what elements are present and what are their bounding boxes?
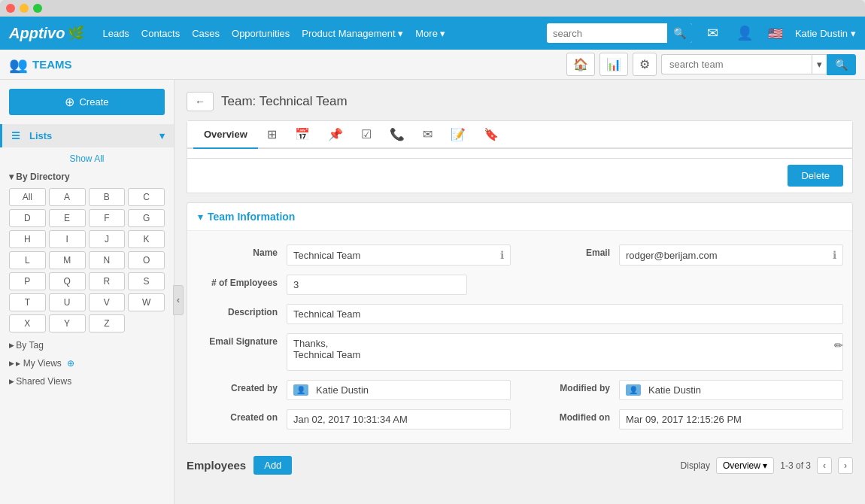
letter-all[interactable]: All bbox=[9, 188, 46, 206]
contacts-icon[interactable]: 👤 bbox=[733, 22, 756, 44]
name-label: Name bbox=[196, 244, 287, 258]
page-header: ← Team: Technical Team bbox=[187, 92, 853, 111]
letter-n[interactable]: N bbox=[89, 251, 126, 269]
tab-overview[interactable]: Overview bbox=[193, 121, 258, 149]
my-views-header[interactable]: ▸ My Views ⊕ bbox=[0, 354, 174, 372]
letter-w[interactable]: W bbox=[128, 293, 165, 311]
modified-by-value: Katie Dustin bbox=[648, 384, 836, 396]
signature-line2: Technical Team bbox=[293, 349, 836, 360]
team-search-box: ▾ 🔍 bbox=[661, 54, 856, 75]
add-employee-button[interactable]: Add bbox=[253, 456, 292, 475]
back-button[interactable]: ← bbox=[187, 92, 214, 111]
user-menu[interactable]: Katie Dustin ▾ bbox=[795, 28, 856, 39]
letter-grid: All A B C D E F G H I J K L M N O P Q R … bbox=[0, 185, 174, 335]
letter-b[interactable]: B bbox=[89, 188, 126, 206]
dates-row: Created on Jan 02, 2017 10:31:34 AM Modi… bbox=[187, 405, 852, 434]
letter-a[interactable]: A bbox=[49, 188, 86, 206]
employees-value: 3 bbox=[293, 279, 460, 290]
top-search-button[interactable]: 🔍 bbox=[667, 23, 692, 43]
nav-opportunities[interactable]: Opportunities bbox=[232, 28, 290, 39]
letter-o[interactable]: O bbox=[128, 251, 165, 269]
nav-contacts[interactable]: Contacts bbox=[141, 28, 180, 39]
sidebar-lists-header[interactable]: ☰ Lists ▾ bbox=[0, 124, 174, 147]
team-search-button[interactable]: 🔍 bbox=[827, 54, 856, 75]
shared-views-header[interactable]: Shared Views bbox=[0, 372, 174, 390]
email-value-box: rodger@berijam.com ℹ bbox=[619, 244, 843, 266]
maximize-button[interactable] bbox=[33, 4, 42, 13]
delete-button[interactable]: Delete bbox=[788, 165, 843, 187]
letter-x[interactable]: X bbox=[9, 314, 46, 332]
letter-y[interactable]: Y bbox=[49, 314, 86, 332]
top-search-input[interactable] bbox=[547, 25, 667, 42]
minimize-button[interactable] bbox=[20, 4, 29, 13]
tab-calendar-icon[interactable]: 📅 bbox=[286, 121, 319, 147]
messages-icon[interactable]: ✉ bbox=[704, 22, 721, 44]
letter-i[interactable]: I bbox=[49, 230, 86, 248]
letter-f[interactable]: F bbox=[89, 209, 126, 227]
prev-page-button[interactable]: ‹ bbox=[817, 457, 832, 474]
letter-d[interactable]: D bbox=[9, 209, 46, 227]
display-select-button[interactable]: Overview ▾ bbox=[716, 457, 774, 474]
nav-more[interactable]: More ▾ bbox=[415, 28, 445, 39]
letter-l[interactable]: L bbox=[9, 251, 46, 269]
name-info-icon[interactable]: ℹ bbox=[500, 249, 504, 261]
create-label: Create bbox=[79, 96, 108, 108]
add-view-icon[interactable]: ⊕ bbox=[65, 358, 74, 369]
show-all[interactable]: Show All bbox=[0, 150, 174, 167]
letter-p[interactable]: P bbox=[9, 272, 46, 290]
letter-z[interactable]: Z bbox=[89, 314, 126, 332]
letter-q[interactable]: Q bbox=[49, 272, 86, 290]
search-dropdown-button[interactable]: ▾ bbox=[812, 54, 827, 74]
email-info-icon[interactable]: ℹ bbox=[833, 249, 836, 261]
by-tag-header[interactable]: By Tag bbox=[0, 335, 174, 354]
tab-email-icon[interactable]: ✉ bbox=[414, 121, 442, 147]
logo: Apptivo 🌿 bbox=[9, 25, 84, 42]
tab-check-icon[interactable]: ☑ bbox=[352, 121, 381, 147]
sidebar-collapse-button[interactable]: ‹ bbox=[173, 285, 184, 315]
teams-icon: 👥 bbox=[9, 56, 28, 74]
content-area: ← Team: Technical Team Overview ⊞ 📅 📌 ☑ … bbox=[175, 80, 865, 504]
nav-product-management[interactable]: Product Management ▾ bbox=[302, 28, 403, 39]
modified-on-value: Mar 09, 2017 12:15:26 PM bbox=[626, 414, 836, 425]
top-nav: Apptivo 🌿 Leads Contacts Cases Opportuni… bbox=[0, 17, 865, 50]
letter-g[interactable]: G bbox=[128, 209, 165, 227]
email-value: rodger@berijam.com bbox=[626, 250, 825, 261]
letter-s[interactable]: S bbox=[128, 272, 165, 290]
tab-more-icon[interactable]: 🔖 bbox=[475, 121, 508, 147]
create-button[interactable]: ⊕ Create bbox=[9, 89, 165, 115]
letter-h[interactable]: H bbox=[9, 230, 46, 248]
tab-table-icon[interactable]: ⊞ bbox=[258, 121, 286, 147]
created-by-col: Created by 👤 Katie Dustin bbox=[187, 380, 520, 400]
chart-button[interactable]: 📊 bbox=[599, 53, 628, 76]
tab-phone-icon[interactable]: 📞 bbox=[381, 121, 414, 147]
team-search-input[interactable] bbox=[661, 54, 812, 74]
team-info-section: ▾ Team Information Name Technical Team ℹ… bbox=[187, 202, 853, 444]
name-col: Name Technical Team ℹ bbox=[187, 244, 520, 266]
pagination-info: 1-3 of 3 bbox=[780, 460, 811, 471]
tab-pin-icon[interactable]: 📌 bbox=[319, 121, 352, 147]
description-full-row: Description Technical Team bbox=[187, 304, 852, 324]
created-by-value-box: 👤 Katie Dustin bbox=[287, 380, 511, 400]
by-directory[interactable]: By Directory bbox=[0, 167, 174, 185]
nav-leads[interactable]: Leads bbox=[102, 28, 129, 39]
letter-j[interactable]: J bbox=[89, 230, 126, 248]
info-grid: Name Technical Team ℹ Email rodger@berij… bbox=[187, 231, 852, 443]
close-button[interactable] bbox=[6, 4, 15, 13]
tab-notes-icon[interactable]: 📝 bbox=[442, 121, 475, 147]
letter-r[interactable]: R bbox=[89, 272, 126, 290]
letter-c[interactable]: C bbox=[128, 188, 165, 206]
team-info-header[interactable]: ▾ Team Information bbox=[187, 203, 852, 231]
settings-button[interactable]: ⚙ bbox=[633, 53, 657, 76]
edit-icon[interactable]: ✏ bbox=[834, 339, 843, 351]
home-button[interactable]: 🏠 bbox=[566, 53, 595, 76]
letter-k[interactable]: K bbox=[128, 230, 165, 248]
nav-cases[interactable]: Cases bbox=[192, 28, 220, 39]
letter-e[interactable]: E bbox=[49, 209, 86, 227]
letter-u[interactable]: U bbox=[49, 293, 86, 311]
letter-m[interactable]: M bbox=[49, 251, 86, 269]
letter-t[interactable]: T bbox=[9, 293, 46, 311]
my-views-label: My Views bbox=[23, 358, 62, 369]
action-bar: Delete bbox=[187, 159, 853, 193]
next-page-button[interactable]: › bbox=[838, 457, 853, 474]
letter-v[interactable]: V bbox=[89, 293, 126, 311]
